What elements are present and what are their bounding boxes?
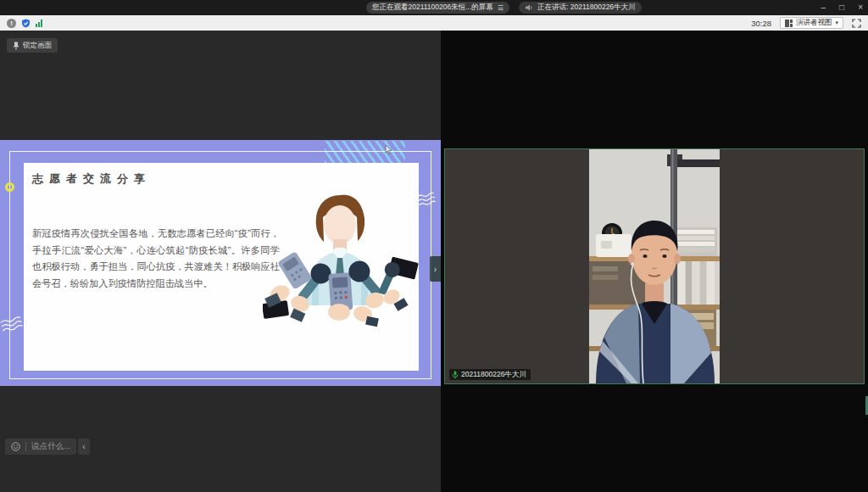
chevron-left-icon: ‹ <box>82 442 85 451</box>
maximize-button[interactable]: □ <box>839 0 844 15</box>
speaker-name-label: 20211800226牛大川 <box>461 370 526 380</box>
shield-icon[interactable] <box>21 19 31 28</box>
slide-title: 志愿者交流分享 <box>32 171 151 187</box>
watching-screen-label: 您正在观看20211100206朱恒...的屏幕 <box>372 3 493 13</box>
speaker-name-tag: 20211800226牛大川 <box>449 369 531 380</box>
microphone-icon <box>452 371 459 379</box>
slide-card: 志愿者交流分享 新冠疫情再次侵扰全国各地，无数志愿者已经向“疫”而行，手拉手汇流… <box>24 163 419 371</box>
chat-bar: 说点什么... ‹ <box>5 439 90 455</box>
ring-decoration <box>5 182 14 192</box>
pin-view-button[interactable]: 锁定画面 <box>7 38 58 53</box>
speaking-pill: 正在讲话: 20211800226牛大川 <box>519 2 642 14</box>
layout-view-icon <box>785 20 793 27</box>
shared-screen-panel: 锁定画面 志愿者交流分享 新冠疫情再次侵扰全国各地，无数志愿者已经向“疫”而行，… <box>0 31 441 492</box>
fullscreen-icon[interactable] <box>852 19 861 28</box>
chat-placeholder[interactable]: 说点什么... <box>31 441 70 452</box>
pin-view-label: 锁定画面 <box>23 41 52 51</box>
info-icon[interactable]: ! <box>7 19 16 28</box>
smiley-icon[interactable] <box>11 442 20 451</box>
view-mode-label: 演讲者视图 <box>796 18 832 28</box>
chevron-right-icon: › <box>434 265 437 274</box>
close-button[interactable]: × <box>858 0 863 15</box>
divider <box>25 442 26 451</box>
view-mode-button[interactable]: 演讲者视图 ▾ <box>780 17 843 29</box>
chat-input-stub[interactable]: 说点什么... <box>5 439 76 455</box>
meeting-window: 您正在观看20211100206朱恒...的屏幕 ☰ 正在讲话: 2021180… <box>0 0 868 492</box>
speaker-video-panel: 20211800226牛大川 <box>441 31 868 492</box>
menu-icon[interactable]: ☰ <box>498 4 504 12</box>
network-signal-icon[interactable] <box>36 20 42 27</box>
active-speaker-frame[interactable]: 20211800226牛大川 <box>444 148 865 384</box>
minimize-button[interactable]: – <box>821 0 826 15</box>
pin-icon <box>13 42 19 50</box>
wave-decoration <box>0 314 26 336</box>
speaking-label: 正在讲话: 20211800226牛大川 <box>537 3 636 13</box>
slide-body-text: 新冠疫情再次侵扰全国各地，无数志愿者已经向“疫”而行，手拉手汇流“爱心大海”，心… <box>32 226 280 292</box>
speaker-icon <box>525 3 533 12</box>
meeting-timer: 30:28 <box>751 19 771 28</box>
watch-bar: 您正在观看20211100206朱恒...的屏幕 ☰ 正在讲话: 2021180… <box>0 0 868 15</box>
chat-collapse-button[interactable]: ‹ <box>78 439 90 455</box>
meeting-toolbar: ! 30:28 演讲者视图 ▾ <box>0 15 868 31</box>
speaker-video-scene <box>589 149 720 383</box>
next-panel-arrow[interactable]: › <box>430 256 441 282</box>
watching-screen-pill[interactable]: 您正在观看20211100206朱恒...的屏幕 ☰ <box>366 2 509 14</box>
wave-decoration <box>416 191 437 208</box>
cursor-icon <box>385 145 392 155</box>
presentation-slide: 志愿者交流分享 新冠疫情再次侵扰全国各地，无数志愿者已经向“疫”而行，手拉手汇流… <box>0 140 441 386</box>
interview-illustration <box>263 185 419 358</box>
window-controls: – □ × <box>821 0 863 15</box>
speaker-video <box>589 149 720 383</box>
chevron-down-icon: ▾ <box>835 20 838 26</box>
